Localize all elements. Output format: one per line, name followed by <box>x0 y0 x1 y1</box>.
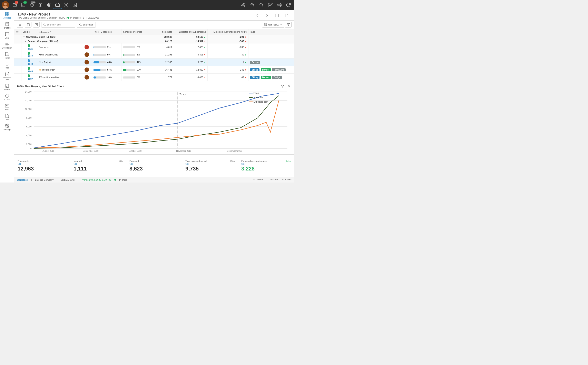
zoom-icon[interactable] <box>248 1 256 9</box>
tasks-badge: 33 <box>23 1 27 4</box>
reports-nav-icon[interactable] <box>71 1 79 9</box>
sidebar-item-price[interactable]: Price <box>1 61 13 70</box>
search-grid-box[interactable] <box>41 22 75 28</box>
jobs-list-label: Jobs list (1) <box>268 23 279 26</box>
sidebar-item-mail[interactable]: Mail <box>1 102 13 112</box>
print-icon[interactable] <box>275 1 283 9</box>
layout-button[interactable] <box>25 22 31 28</box>
stat-total-spend: Total expected spend 75% GBP 9,735 <box>182 155 238 177</box>
tag-design2[interactable]: Design <box>272 76 282 79</box>
stat-incurred-value: 1,111 <box>73 166 123 172</box>
search-job-button[interactable]: Search job <box>77 22 96 28</box>
tag-banner2[interactable]: Banner <box>261 76 271 79</box>
top-bar: 13 33 0.00 <box>0 0 294 10</box>
sidebar-item-docs[interactable]: Docs <box>1 112 13 122</box>
svg-point-12 <box>40 4 41 6</box>
page-header-actions <box>253 11 291 20</box>
job-no-1848[interactable]: 1848 <box>21 58 37 66</box>
settings-nav-icon[interactable] <box>62 1 70 9</box>
svg-point-104 <box>283 179 284 180</box>
bottom-stats: Price quote GBP 12,963 Incurred 8% GBP 1… <box>14 154 294 177</box>
svg-text:14,000: 14,000 <box>25 91 32 93</box>
version-label: Version 9.5.0.663 / 9.5.0.493 <box>82 179 111 181</box>
sidebar-item-costs[interactable]: Costs <box>1 92 13 102</box>
timer-nav-icon[interactable]: 0.00 <box>28 1 36 9</box>
col-checkbox <box>14 29 21 35</box>
office-status-dot <box>114 179 116 181</box>
sidebar-item-chat[interactable]: Chat <box>1 31 13 40</box>
sidebar-item-settings[interactable]: Settings <box>1 122 13 132</box>
incurred-pct: 8% <box>119 160 123 162</box>
svg-rect-103 <box>267 179 269 181</box>
avatar-1627 <box>83 51 92 58</box>
add-button[interactable] <box>33 22 40 28</box>
tag-billing[interactable]: Billing <box>250 68 260 71</box>
refresh-icon[interactable] <box>284 1 292 9</box>
tag-design[interactable]: Design <box>250 61 260 64</box>
group1-hours: -291 ▼ <box>208 35 248 39</box>
pacman-nav-icon[interactable] <box>45 1 53 9</box>
chart-close-button[interactable] <box>287 84 291 89</box>
user-label: Barbara Taylor <box>61 179 75 181</box>
chart-section: 1848 - New Project, New Global Client <box>14 82 294 154</box>
user-avatar[interactable] <box>2 1 9 8</box>
job-no-1625[interactable]: 1625 <box>21 43 37 51</box>
job-name-1644: ★ The Big Pitch <box>37 66 83 74</box>
sidebar-item-purchase-order[interactable]: Purchase Order <box>1 70 13 82</box>
record-nav-icon[interactable] <box>36 1 44 9</box>
sidebar-item-mail-label: Mail <box>5 108 9 111</box>
sidebar-item-description[interactable]: Description <box>1 41 13 50</box>
table-row[interactable]: 1627 Micro website 2017 5% 3% <box>14 51 294 58</box>
briefcase-nav-icon[interactable] <box>53 1 62 9</box>
people-icon[interactable] <box>239 1 247 9</box>
color-indicator <box>28 59 29 62</box>
job-no-1627[interactable]: 1627 <box>21 51 37 58</box>
svg-marker-65 <box>287 23 290 26</box>
table-row-selected[interactable]: 1848 New Project 45% 12% <box>14 58 294 66</box>
filter-button[interactable] <box>285 22 291 28</box>
sidebar-item-invoice[interactable]: Invoice <box>1 82 13 92</box>
price-progress-1644: 57% <box>92 66 122 74</box>
sidebar-item-jobs-list[interactable]: Jobs list <box>1 11 13 20</box>
sidebar: Jobs list Briefing Chat Description Task… <box>0 10 14 182</box>
tasks-nav-icon[interactable]: 33 <box>19 1 27 9</box>
group2-expected: -14,512 ▼ <box>174 39 208 43</box>
back-button[interactable] <box>253 11 261 20</box>
edit-icon[interactable] <box>266 1 274 9</box>
group2-toggle[interactable]: ▼ <box>25 40 27 42</box>
svg-rect-99 <box>249 102 253 102</box>
page-title: 1848 - New Project <box>18 12 99 16</box>
sidebar-item-briefing[interactable]: Briefing <box>1 21 13 30</box>
table-row[interactable]: 1644 ★ The Big Pitch 57% <box>14 66 294 74</box>
svg-point-18 <box>244 4 245 5</box>
tag-billing2[interactable]: Billing <box>250 76 260 79</box>
group1-dir: ▲ <box>204 36 206 38</box>
group1-name[interactable]: ▼ New Global Client (11 items) <box>21 35 151 39</box>
expected-1848: 3,228 ▲ <box>174 58 208 66</box>
tag-banner[interactable]: Banner <box>261 68 271 71</box>
chart-filter-button[interactable] <box>280 84 285 89</box>
group1-toggle[interactable]: ▼ <box>23 36 25 38</box>
tag-team-aero[interactable]: Team Aero <box>272 68 286 71</box>
nav-icons: 13 33 0.00 <box>11 1 79 9</box>
inbox-nav-icon[interactable]: 13 <box>11 1 19 9</box>
group2-hours: -586 ▼ <box>208 39 248 43</box>
sidebar-item-po-label: Purchase Order <box>2 77 13 81</box>
search-icon[interactable] <box>257 1 265 9</box>
sidebar-item-tasks[interactable]: Tasks <box>1 50 13 60</box>
group2-name[interactable]: ▼ Summer Campaign (5 items) <box>21 39 151 43</box>
search-grid-input[interactable] <box>47 23 73 26</box>
columns-button[interactable] <box>273 11 281 20</box>
jobs-list-dropdown[interactable]: Jobs list (1) <box>262 22 284 28</box>
sidebar-item-docs-label: Docs <box>5 119 9 121</box>
page-title-area: 1848 - New Project New Global Client | S… <box>18 12 99 19</box>
menu-button[interactable] <box>17 22 23 28</box>
forward-button[interactable] <box>263 11 271 20</box>
job-no-1644[interactable]: 1644 <box>21 66 37 74</box>
table-row[interactable]: 1625 Banner ad 2% 0% <box>14 43 294 51</box>
job-name-1848: New Project <box>37 58 83 66</box>
info-button[interactable] <box>283 11 291 20</box>
schedule-line <box>34 96 279 148</box>
job-no-1697[interactable]: 1697 <box>21 74 37 81</box>
table-row[interactable]: 1697 TV spot for new bike 18% 0% <box>14 74 294 81</box>
